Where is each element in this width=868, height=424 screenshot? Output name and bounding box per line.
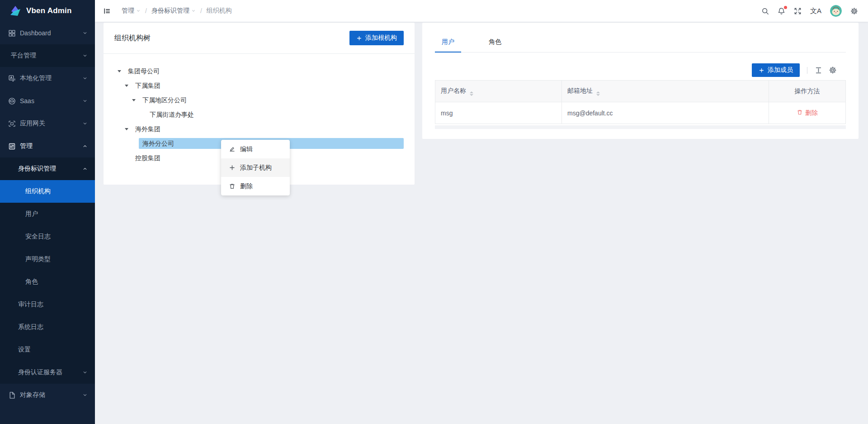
tree-node-label[interactable]: 集团母公司 [124,66,404,76]
sort-asc-icon [596,91,600,93]
sidebar-item-label: 组织机构 [25,187,51,195]
chevron-down-icon [136,9,141,13]
sidebar-item-用户[interactable]: 用户 [0,203,95,225]
sidebar-item-label: 用户 [25,210,38,218]
sidebar-item-label: 设置 [18,346,31,354]
tree-node-label[interactable]: 下属街道办事处 [146,109,404,120]
caret-down-icon [118,70,121,72]
dashboard-icon [8,29,16,37]
app-title: Vben Admin [26,6,72,15]
app-logo[interactable]: Vben Admin [0,0,95,22]
sidebar-item-身份认证服务器[interactable]: 身份认证服务器 [0,361,95,384]
context-menu-item-plus[interactable]: 添加子机构 [221,158,290,177]
chevron-down-icon [191,9,196,13]
sidebar-item-label: 声明类型 [25,255,51,263]
sort-icon[interactable] [470,91,473,96]
tree-caret-icon[interactable] [122,85,132,87]
breadcrumb-item[interactable]: 管理 [122,7,141,15]
sidebar-item-应用网关[interactable]: 应用网关 [0,112,95,135]
tab-bar: 用户角色 [435,33,846,52]
sidebar-item-Saas[interactable]: Saas [0,90,95,112]
column-header-label: 操作方法 [795,87,820,95]
caret-down-icon [132,99,136,101]
search-icon[interactable] [761,7,769,15]
tree-node-label[interactable]: 下属地区分公司 [139,95,404,105]
delete-action[interactable]: 删除 [797,109,818,117]
tab-users[interactable]: 用户 [435,33,461,52]
tree-node-label[interactable]: 下属集团 [132,80,404,91]
breadcrumb-separator: / [200,7,202,14]
sidebar-item-组织机构[interactable]: 组织机构 [0,180,95,203]
sidebar-item-设置[interactable]: 设置 [0,338,95,361]
sidebar-item-系统日志[interactable]: 系统日志 [0,316,95,338]
add-member-button[interactable]: 添加成员 [752,63,800,77]
sort-asc-icon [470,91,473,93]
tree-caret-icon[interactable] [114,70,124,72]
delete-action-label: 删除 [805,109,818,117]
sidebar-item-label: 管理 [20,142,33,150]
tree-node[interactable]: 集团母公司 [104,64,404,78]
column-header-2[interactable]: 邮箱地址 [562,81,769,102]
context-menu-item-label: 编辑 [240,145,253,153]
tree-node[interactable]: 海外集团 [104,122,404,136]
sort-icon[interactable] [596,91,600,96]
tree-node-label[interactable]: 海外集团 [132,124,404,134]
sidebar-item-角色[interactable]: 角色 [0,271,95,293]
locale-glyph: 文A [810,7,821,15]
management-icon [8,143,16,150]
sidebar-item-对象存储[interactable]: 对象存储 [0,384,95,406]
tree-caret-icon[interactable] [129,99,139,101]
column-settings-icon[interactable] [829,66,837,74]
fullscreen-icon[interactable] [794,7,802,15]
breadcrumb-item[interactable]: 身份标识管理 [151,7,196,15]
members-toolbar: 添加成员 [435,63,846,77]
sidebar-item-安全日志[interactable]: 安全日志 [0,225,95,248]
breadcrumb-item: 组织机构 [207,7,232,15]
caret-down-icon [125,85,128,87]
column-header-label: 邮箱地址 [567,87,593,94]
notification-bell-icon[interactable] [778,7,785,15]
cell-email: msg@default.cc [562,102,769,124]
tab-roles[interactable]: 角色 [482,33,508,52]
toolbar-divider [807,67,807,74]
sidebar-item-声明类型[interactable]: 声明类型 [0,248,95,271]
context-menu-item-edit[interactable]: 编辑 [221,140,290,158]
chevron-up-icon [82,143,88,149]
chevron-down-icon [82,30,88,36]
tree-node[interactable]: 下属地区分公司 [104,93,404,107]
add-member-label: 添加成员 [768,66,793,74]
table-footer-strip [435,125,846,129]
sidebar: Vben Admin Dashboard平台管理本地化管理Saas应用网关管理身… [0,0,95,424]
sidebar-item-label: 平台管理 [11,52,36,60]
avatar[interactable] [830,5,842,17]
breadcrumb: 管理/身份标识管理/组织机构 [122,7,232,15]
topbar: 管理/身份标识管理/组织机构 文A [95,0,868,22]
row-height-icon[interactable] [815,67,822,74]
sidebar-item-审计日志[interactable]: 审计日志 [0,293,95,316]
sidebar-item-Dashboard[interactable]: Dashboard [0,22,95,44]
tree-node[interactable]: 下属街道办事处 [104,107,404,122]
add-root-org-button[interactable]: 添加根机构 [349,31,404,45]
chevron-up-icon [82,166,88,172]
tree-caret-icon[interactable] [122,128,132,130]
collapse-sidebar-icon[interactable] [103,7,111,15]
panel-title: 组织机构树 [114,33,151,43]
trash-icon [797,109,803,117]
plus-icon [229,164,236,171]
locale-icon[interactable]: 文A [810,7,821,15]
sidebar-item-label: 审计日志 [18,300,43,309]
context-menu: 编辑添加子机构删除 [221,140,290,195]
settings-gear-icon[interactable] [850,7,858,15]
org-panel-header: 组织机构树 添加根机构 [104,23,415,54]
sidebar-item-平台管理[interactable]: 平台管理 [0,44,95,67]
tree-node[interactable]: 下属集团 [104,78,404,93]
localization-icon [8,75,16,82]
cell-actions: 删除 [769,102,846,124]
column-header-1[interactable]: 用户名称 [435,81,562,102]
sidebar-item-身份标识管理[interactable]: 身份标识管理 [0,157,95,180]
sidebar-item-管理[interactable]: 管理 [0,135,95,157]
sidebar-item-本地化管理[interactable]: 本地化管理 [0,67,95,90]
context-menu-item-trash[interactable]: 删除 [221,177,290,195]
column-header-3: 操作方法 [769,81,846,102]
breadcrumb-separator: / [145,7,147,14]
